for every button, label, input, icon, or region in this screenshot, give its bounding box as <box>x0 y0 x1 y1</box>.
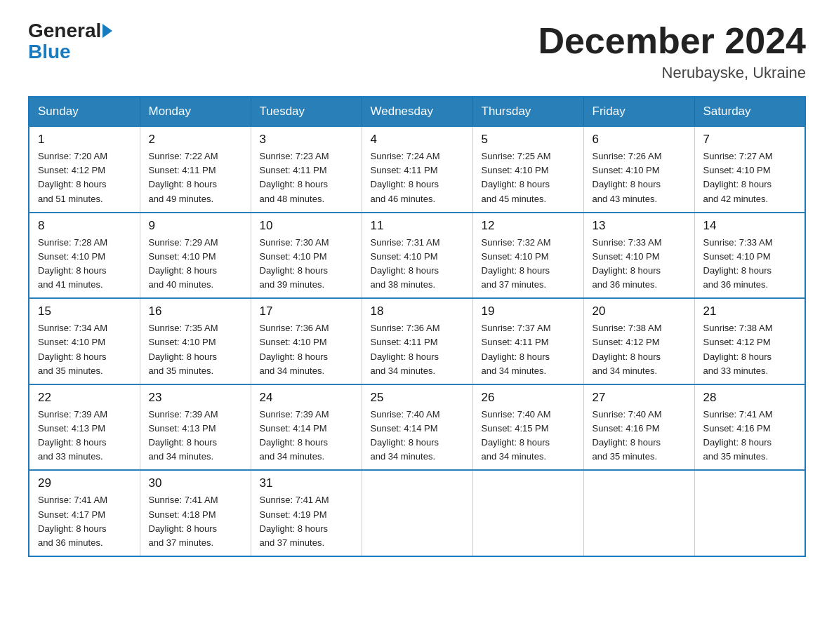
calendar-cell: 2 Sunrise: 7:22 AM Sunset: 4:11 PM Dayli… <box>140 126 251 213</box>
sunrise-label: Sunrise: 7:39 AM <box>260 409 329 420</box>
day-number: 22 <box>38 391 131 405</box>
sunrise-label: Sunrise: 7:41 AM <box>703 409 773 420</box>
sunrise-label: Sunrise: 7:28 AM <box>38 237 107 248</box>
sunset-label: Sunset: 4:10 PM <box>260 337 327 347</box>
calendar-cell: 10 Sunrise: 7:30 AM Sunset: 4:10 PM Dayl… <box>251 213 362 299</box>
calendar-cell: 24 Sunrise: 7:39 AM Sunset: 4:14 PM Dayl… <box>251 384 362 471</box>
sunrise-label: Sunrise: 7:40 AM <box>593 409 662 420</box>
calendar-cell: 8 Sunrise: 7:28 AM Sunset: 4:10 PM Dayli… <box>29 213 140 299</box>
day-number: 20 <box>593 304 686 318</box>
daylight-label: Daylight: 8 hoursand 51 minutes. <box>38 179 107 203</box>
calendar-cell: 28 Sunrise: 7:41 AM Sunset: 4:16 PM Dayl… <box>694 384 805 471</box>
day-info: Sunrise: 7:33 AM Sunset: 4:10 PM Dayligh… <box>593 236 686 293</box>
sunset-label: Sunset: 4:13 PM <box>149 423 216 434</box>
day-number: 2 <box>149 133 242 147</box>
location-text: Nerubayske, Ukraine <box>538 64 806 82</box>
day-number: 9 <box>149 219 242 233</box>
calendar-cell: 1 Sunrise: 7:20 AM Sunset: 4:12 PM Dayli… <box>29 126 140 213</box>
day-info: Sunrise: 7:35 AM Sunset: 4:10 PM Dayligh… <box>149 321 242 378</box>
day-info: Sunrise: 7:23 AM Sunset: 4:11 PM Dayligh… <box>260 149 353 206</box>
calendar-cell <box>583 470 694 556</box>
sunrise-label: Sunrise: 7:29 AM <box>149 237 218 248</box>
calendar-cell: 21 Sunrise: 7:38 AM Sunset: 4:12 PM Dayl… <box>694 298 805 384</box>
calendar-cell: 23 Sunrise: 7:39 AM Sunset: 4:13 PM Dayl… <box>140 384 251 471</box>
day-number: 29 <box>38 476 131 490</box>
calendar-cell <box>362 470 472 556</box>
day-number: 19 <box>482 304 575 318</box>
day-number: 10 <box>260 219 353 233</box>
sunset-label: Sunset: 4:12 PM <box>593 337 660 347</box>
sunrise-label: Sunrise: 7:40 AM <box>482 409 551 420</box>
day-info: Sunrise: 7:41 AM Sunset: 4:18 PM Dayligh… <box>149 493 242 550</box>
sunrise-label: Sunrise: 7:35 AM <box>149 323 218 333</box>
calendar-cell: 18 Sunrise: 7:36 AM Sunset: 4:11 PM Dayl… <box>362 298 472 384</box>
sunrise-label: Sunrise: 7:33 AM <box>703 237 773 248</box>
sunrise-label: Sunrise: 7:36 AM <box>371 323 440 333</box>
daylight-label: Daylight: 8 hoursand 34 minutes. <box>260 351 329 376</box>
sunrise-label: Sunrise: 7:34 AM <box>38 323 107 333</box>
header-tuesday: Tuesday <box>251 97 362 126</box>
logo-blue-text: Blue <box>28 41 71 62</box>
daylight-label: Daylight: 8 hoursand 34 minutes. <box>149 437 218 462</box>
day-info: Sunrise: 7:40 AM Sunset: 4:14 PM Dayligh… <box>371 408 464 464</box>
header-sunday: Sunday <box>29 97 140 126</box>
sunset-label: Sunset: 4:13 PM <box>38 423 105 434</box>
daylight-label: Daylight: 8 hoursand 34 minutes. <box>593 351 661 376</box>
daylight-label: Daylight: 8 hoursand 35 minutes. <box>703 437 772 462</box>
sunrise-label: Sunrise: 7:33 AM <box>593 237 662 248</box>
daylight-label: Daylight: 8 hoursand 37 minutes. <box>260 523 329 548</box>
calendar-cell: 14 Sunrise: 7:33 AM Sunset: 4:10 PM Dayl… <box>694 213 805 299</box>
sunset-label: Sunset: 4:17 PM <box>38 509 105 520</box>
sunset-label: Sunset: 4:10 PM <box>38 251 105 262</box>
calendar-cell: 15 Sunrise: 7:34 AM Sunset: 4:10 PM Dayl… <box>29 298 140 384</box>
title-area: December 2024 Nerubayske, Ukraine <box>538 21 806 82</box>
sunset-label: Sunset: 4:11 PM <box>371 165 438 175</box>
daylight-label: Daylight: 8 hoursand 35 minutes. <box>38 351 107 376</box>
calendar-cell: 26 Sunrise: 7:40 AM Sunset: 4:15 PM Dayl… <box>472 384 583 471</box>
sunset-label: Sunset: 4:10 PM <box>593 165 660 175</box>
logo-arrow-icon <box>102 24 112 38</box>
week-row-4: 22 Sunrise: 7:39 AM Sunset: 4:13 PM Dayl… <box>29 384 805 471</box>
sunrise-label: Sunrise: 7:30 AM <box>260 237 329 248</box>
day-info: Sunrise: 7:20 AM Sunset: 4:12 PM Dayligh… <box>38 149 131 206</box>
daylight-label: Daylight: 8 hoursand 34 minutes. <box>260 437 329 462</box>
sunset-label: Sunset: 4:18 PM <box>149 509 216 520</box>
calendar-cell: 31 Sunrise: 7:41 AM Sunset: 4:19 PM Dayl… <box>251 470 362 556</box>
sunrise-label: Sunrise: 7:41 AM <box>149 495 218 505</box>
day-info: Sunrise: 7:40 AM Sunset: 4:15 PM Dayligh… <box>482 408 575 464</box>
daylight-label: Daylight: 8 hoursand 34 minutes. <box>371 351 439 376</box>
day-info: Sunrise: 7:30 AM Sunset: 4:10 PM Dayligh… <box>260 236 353 293</box>
day-info: Sunrise: 7:32 AM Sunset: 4:10 PM Dayligh… <box>482 236 575 293</box>
daylight-label: Daylight: 8 hoursand 35 minutes. <box>593 437 661 462</box>
sunrise-label: Sunrise: 7:39 AM <box>149 409 218 420</box>
header-monday: Monday <box>140 97 251 126</box>
header-saturday: Saturday <box>694 97 805 126</box>
daylight-label: Daylight: 8 hoursand 36 minutes. <box>593 265 661 290</box>
daylight-label: Daylight: 8 hoursand 34 minutes. <box>371 437 439 462</box>
sunset-label: Sunset: 4:10 PM <box>482 251 549 262</box>
sunset-label: Sunset: 4:10 PM <box>149 251 216 262</box>
sunrise-label: Sunrise: 7:25 AM <box>482 151 551 161</box>
daylight-label: Daylight: 8 hoursand 37 minutes. <box>482 265 550 290</box>
calendar-table: Sunday Monday Tuesday Wednesday Thursday… <box>28 96 806 557</box>
sunrise-label: Sunrise: 7:20 AM <box>38 151 107 161</box>
sunset-label: Sunset: 4:11 PM <box>149 165 216 175</box>
logo-general-text: General <box>28 21 101 41</box>
daylight-label: Daylight: 8 hoursand 41 minutes. <box>38 265 107 290</box>
day-info: Sunrise: 7:41 AM Sunset: 4:19 PM Dayligh… <box>260 493 353 550</box>
day-info: Sunrise: 7:26 AM Sunset: 4:10 PM Dayligh… <box>593 149 686 206</box>
sunrise-label: Sunrise: 7:38 AM <box>703 323 773 333</box>
day-number: 14 <box>703 219 797 233</box>
daylight-label: Daylight: 8 hoursand 49 minutes. <box>149 179 218 203</box>
sunset-label: Sunset: 4:10 PM <box>260 251 327 262</box>
header-thursday: Thursday <box>472 97 583 126</box>
day-number: 27 <box>593 391 686 405</box>
week-row-3: 15 Sunrise: 7:34 AM Sunset: 4:10 PM Dayl… <box>29 298 805 384</box>
day-number: 3 <box>260 133 353 147</box>
sunset-label: Sunset: 4:11 PM <box>482 337 549 347</box>
calendar-cell: 19 Sunrise: 7:37 AM Sunset: 4:11 PM Dayl… <box>472 298 583 384</box>
sunset-label: Sunset: 4:10 PM <box>149 337 216 347</box>
daylight-label: Daylight: 8 hoursand 35 minutes. <box>149 351 218 376</box>
calendar-cell: 20 Sunrise: 7:38 AM Sunset: 4:12 PM Dayl… <box>583 298 694 384</box>
day-info: Sunrise: 7:36 AM Sunset: 4:11 PM Dayligh… <box>371 321 464 378</box>
